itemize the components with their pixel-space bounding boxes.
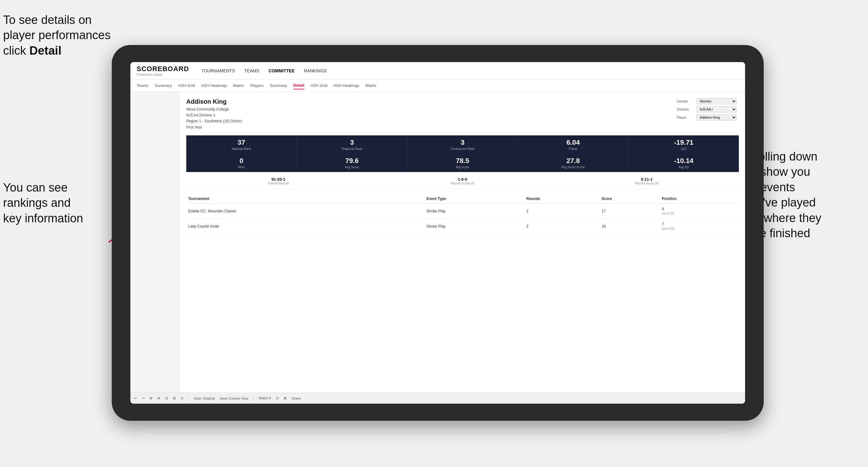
- gender-label: Gender: [677, 99, 694, 103]
- toolbar-btn6[interactable]: ⊡: [276, 396, 279, 400]
- stat-value-points: 6.04: [521, 138, 626, 147]
- stat-value-avg-score-par: 27.8: [521, 157, 626, 165]
- toolbar-undo[interactable]: ↩: [134, 396, 137, 400]
- sub-nav-players[interactable]: Players: [250, 82, 264, 89]
- stat-value-regional-rank: 3: [299, 138, 404, 147]
- division-select[interactable]: NJCAA I NJCAA II: [696, 106, 737, 113]
- td-position-2: 7out of 20: [660, 219, 739, 234]
- record-value-top50: 5-11-1: [555, 177, 739, 182]
- record-value-overall: 91-20-1: [186, 177, 370, 182]
- sub-nav-h2h-heatmap2[interactable]: H2H Heatmap: [333, 82, 359, 89]
- table-row: Lady Coyote Invite Stroke Play 2 16 7out…: [186, 219, 739, 234]
- sub-nav-detail[interactable]: Detail: [293, 82, 304, 89]
- nav-items: TOURNAMENTS TEAMS COMMITTEE RANKINGS: [202, 67, 327, 74]
- toolbar-watch[interactable]: Watch ▾: [258, 396, 271, 400]
- toolbar-btn3[interactable]: ⊟: [165, 396, 168, 400]
- player-label: Player: [677, 116, 694, 119]
- record-overall: 91-20-1 Overall Record: [186, 177, 370, 185]
- sub-nav-summary[interactable]: Summary: [155, 82, 172, 89]
- stat-national-rank: 37 National Rank: [186, 135, 297, 154]
- sub-nav-h2h-grid[interactable]: H2H Grid: [178, 82, 195, 89]
- sub-nav-h2h-grid2[interactable]: H2H Grid: [310, 82, 327, 89]
- gender-select[interactable]: Women Men: [696, 98, 737, 104]
- nav-bar: SCOREBOARD Powered by clippd TOURNAMENTS…: [130, 62, 745, 80]
- toolbar-btn2[interactable]: ⊕: [157, 396, 160, 400]
- td-empty-2: [408, 219, 424, 234]
- player-filter-row: Player Addison King: [677, 114, 739, 121]
- th-event-type: Event Type: [425, 194, 525, 204]
- toolbar-sep1: [188, 396, 189, 401]
- th-position: Position: [660, 194, 739, 204]
- left-sidebar: [130, 92, 180, 393]
- record-top25: 1-5-0 Record vs top 25: [370, 177, 554, 185]
- sub-nav-summary2[interactable]: Summary: [270, 82, 287, 89]
- th-tournament: Tournament: [186, 194, 408, 204]
- stat-value-adj-score: 78.5: [410, 157, 515, 165]
- toolbar-btn7[interactable]: ⊠: [284, 396, 286, 400]
- player-region: Region 1 - Southwest (18) District: [186, 118, 242, 124]
- sub-nav-matrix2[interactable]: Matrix: [365, 82, 376, 89]
- stat-value-national-rank: 37: [189, 138, 294, 147]
- th-empty: [408, 194, 424, 204]
- td-event-type-1: Stroke Play: [425, 204, 525, 219]
- nav-item-committee[interactable]: COMMITTEE: [269, 67, 294, 74]
- player-college: Mesa Community College: [186, 106, 242, 113]
- stat-label-avg-sg: Avg SG: [631, 165, 736, 169]
- stats-row2: 0 Wins 79.6 Avg Score 78.5 Adj Score 27.…: [186, 154, 739, 172]
- stat-label-adj-score: Adj Score: [410, 165, 515, 169]
- player-division: NJCAA Division 1: [186, 113, 242, 118]
- tablet-frame: SCOREBOARD Powered by clippd TOURNAMENTS…: [112, 45, 764, 421]
- logo-area: SCOREBOARD Powered by clippd: [136, 65, 189, 76]
- toolbar-btn1[interactable]: ⊕: [150, 396, 152, 400]
- stat-avg-score-par: 27.8 Avg Score to Par: [518, 154, 629, 172]
- nav-item-teams[interactable]: TEAMS: [244, 67, 259, 74]
- stat-sos: -19.71 SoS: [629, 135, 739, 154]
- td-score-2: 16: [600, 219, 660, 234]
- sub-nav-h2h-heatmap[interactable]: H2H Heatmap: [201, 82, 227, 89]
- annotation-bottom-left: You can see rankings and key information: [3, 180, 108, 226]
- stat-value-avg-sg: -10.14: [631, 157, 736, 165]
- player-select[interactable]: Addison King: [696, 114, 737, 121]
- stat-label-avg-score: Avg Score: [299, 165, 404, 169]
- th-score: Score: [600, 194, 660, 204]
- annotation-top-left: To see details on player performances cl…: [3, 12, 121, 58]
- content-area: Addison King Mesa Community College NJCA…: [130, 92, 745, 393]
- main-content: Addison King Mesa Community College NJCA…: [180, 92, 745, 393]
- td-rounds-2: 2: [524, 219, 600, 234]
- stat-avg-sg: -10.14 Avg SG: [629, 154, 739, 172]
- player-filters: Gender Women Men Division NJCAA I NJCAA …: [677, 98, 739, 130]
- logo-sub: Powered by clippd: [136, 73, 189, 76]
- td-tournament-1: Estella CC- Mountain Classic: [186, 204, 408, 219]
- table-header-row: Tournament Event Type Rounds Score Posit…: [186, 194, 739, 204]
- record-top50: 5-11-1 Record vs top 50: [555, 177, 739, 185]
- logo-title: SCOREBOARD: [136, 65, 189, 73]
- sub-nav-matrix[interactable]: Matrix: [233, 82, 244, 89]
- stat-label-wins: Wins: [189, 165, 294, 169]
- toolbar-view-original[interactable]: View: Original: [194, 397, 215, 400]
- toolbar-btn5[interactable]: ⊙: [181, 396, 183, 400]
- stats-row1: 37 National Rank 3 Regional Rank 3 Confe…: [186, 135, 739, 154]
- toolbar-redo[interactable]: ↪: [142, 396, 145, 400]
- toolbar-btn4[interactable]: ⊞: [173, 396, 176, 400]
- nav-item-tournaments[interactable]: TOURNAMENTS: [202, 67, 235, 74]
- stat-label-regional-rank: Regional Rank: [299, 147, 404, 151]
- tournament-table: Tournament Event Type Rounds Score Posit…: [186, 194, 739, 234]
- th-rounds: Rounds: [524, 194, 600, 204]
- stat-avg-score: 79.6 Avg Score: [297, 154, 407, 172]
- gender-filter-row: Gender Women Men: [677, 98, 739, 104]
- td-event-type-2: Stroke Play: [425, 219, 525, 234]
- records-row: 91-20-1 Overall Record 1-5-0 Record vs t…: [186, 177, 739, 189]
- td-score-1: 17: [600, 204, 660, 219]
- stat-wins: 0 Wins: [186, 154, 297, 172]
- td-tournament-2: Lady Coyote Invite: [186, 219, 408, 234]
- record-label-top25: Record vs top 25: [370, 182, 554, 185]
- stat-adj-score: 78.5 Adj Score: [407, 154, 518, 172]
- stat-value-conference-rank: 3: [410, 138, 515, 147]
- stat-label-conference-rank: Conference Rank: [410, 147, 515, 151]
- nav-item-rankings[interactable]: RANKINGS: [304, 67, 327, 74]
- tablet-screen: SCOREBOARD Powered by clippd TOURNAMENTS…: [130, 62, 745, 404]
- sub-nav-teams[interactable]: Teams: [136, 82, 148, 89]
- toolbar-save-custom[interactable]: Save Custom View: [220, 397, 249, 400]
- toolbar-share[interactable]: Share: [291, 397, 301, 400]
- player-header: Addison King Mesa Community College NJCA…: [186, 98, 739, 130]
